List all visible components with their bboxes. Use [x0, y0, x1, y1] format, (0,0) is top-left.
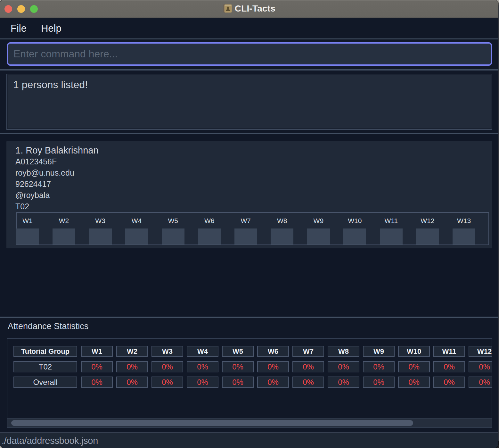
- attendance-week-box[interactable]: [271, 228, 293, 245]
- attendance-week-cell: W9: [307, 213, 330, 245]
- person-name: 1. Roy Balakrishnan: [15, 145, 492, 156]
- stats-header-week: W10: [398, 346, 430, 357]
- stats-header-week: W4: [187, 346, 218, 357]
- attendance-week-label: W13: [453, 213, 475, 228]
- person-phone: 92624417: [15, 178, 492, 190]
- attendance-week-cell: W8: [271, 213, 293, 245]
- stats-value-cell: 0%: [222, 361, 254, 372]
- stats-header-week: W6: [257, 346, 289, 357]
- attendance-week-box[interactable]: [234, 228, 257, 245]
- stats-value-cell: 0%: [363, 377, 395, 388]
- app-window: CLI-Tacts File Help 1 persons listed! 1.…: [0, 0, 498, 448]
- attendance-week-box[interactable]: [380, 228, 403, 245]
- stats-value-cell: 0%: [433, 361, 465, 372]
- stats-panel: Tutorial GroupW1W2W3W4W5W6W7W8W9W10W11W1…: [7, 338, 492, 428]
- attendance-week-cell: W4: [125, 213, 148, 245]
- statusbar: ./data/addressbook.json: [0, 432, 498, 448]
- traffic-lights: [4, 0, 38, 18]
- stats-value-cell: 0%: [81, 377, 113, 388]
- stats-header-week: W12: [469, 346, 492, 357]
- stats-title: Attendance Statistics: [8, 321, 498, 332]
- stats-value-cell: 0%: [328, 377, 359, 388]
- horizontal-scrollbar-track[interactable]: [7, 418, 492, 427]
- attendance-week-label: W1: [16, 213, 39, 228]
- attendance-week-box[interactable]: [416, 228, 439, 245]
- attendance-week-label: W8: [271, 213, 293, 228]
- minimize-button[interactable]: [17, 5, 25, 13]
- attendance-week-cell: W10: [343, 213, 366, 245]
- command-section: [0, 39, 498, 69]
- stats-value-cell: 0%: [328, 361, 359, 372]
- stats-header-week: W9: [363, 346, 395, 357]
- stats-header-week: W7: [292, 346, 324, 357]
- fullscreen-button[interactable]: [30, 5, 38, 13]
- result-display[interactable]: 1 persons listed!: [6, 74, 492, 130]
- attendance-week-box[interactable]: [307, 228, 330, 245]
- stats-header-week: W5: [222, 346, 254, 357]
- attendance-week-box[interactable]: [53, 228, 75, 245]
- stats-value-cell: 0%: [151, 361, 183, 372]
- stats-value-cell: 0%: [398, 377, 430, 388]
- person-tutorial-group: T02: [15, 201, 492, 212]
- stats-value-cell: 0%: [187, 361, 218, 372]
- attendance-week-box[interactable]: [89, 228, 112, 245]
- stats-header-group: Tutorial Group: [13, 346, 77, 357]
- stats-header-week: W2: [116, 346, 148, 357]
- menu-help[interactable]: Help: [41, 23, 61, 34]
- menu-file[interactable]: File: [11, 23, 27, 34]
- stats-value-cell: 0%: [292, 377, 324, 388]
- attendance-week-cell: W1: [16, 213, 39, 245]
- stats-value-cell: 0%: [116, 361, 148, 372]
- attendance-week-label: W5: [162, 213, 184, 228]
- window-title: CLI-Tacts: [235, 4, 275, 14]
- stats-header-week: W8: [328, 346, 359, 357]
- stats-value-cell: 0%: [469, 377, 492, 388]
- attendance-week-cell: W13: [453, 213, 475, 245]
- stats-value-cell: 0%: [222, 377, 254, 388]
- horizontal-scrollbar-thumb[interactable]: [11, 420, 413, 426]
- attendance-grid: W1W2W3W4W5W6W7W8W9W10W11W12W13: [16, 212, 489, 245]
- titlebar[interactable]: CLI-Tacts: [0, 0, 498, 18]
- attendance-week-label: W9: [307, 213, 330, 228]
- person-student-id: A0123456F: [15, 156, 492, 167]
- attendance-week-label: W3: [89, 213, 112, 228]
- stats-value-cell: 0%: [363, 361, 395, 372]
- person-email: royb@u.nus.edu: [15, 167, 492, 178]
- person-telegram: @roybala: [15, 190, 492, 201]
- title-group: CLI-Tacts: [223, 4, 275, 14]
- stats-value-cell: 0%: [433, 377, 465, 388]
- stats-value-cell: 0%: [116, 377, 148, 388]
- stats-section: Attendance Statistics Tutorial GroupW1W2…: [0, 318, 498, 432]
- attendance-week-label: W2: [53, 213, 75, 228]
- stats-value-cell: 0%: [81, 361, 113, 372]
- attendance-week-box[interactable]: [453, 228, 475, 245]
- stats-row-label: T02: [13, 361, 77, 372]
- attendance-week-box[interactable]: [125, 228, 148, 245]
- result-text: 1 persons listed!: [8, 75, 491, 128]
- attendance-week-cell: W7: [234, 213, 257, 245]
- attendance-week-box[interactable]: [162, 228, 184, 245]
- attendance-week-cell: W5: [162, 213, 184, 245]
- stats-value-cell: 0%: [151, 377, 183, 388]
- command-input[interactable]: [7, 42, 492, 66]
- attendance-week-cell: W2: [53, 213, 75, 245]
- attendance-week-label: W6: [198, 213, 221, 228]
- attendance-week-label: W11: [380, 213, 403, 228]
- menubar: File Help: [0, 18, 498, 38]
- close-button[interactable]: [4, 5, 12, 13]
- attendance-week-box[interactable]: [16, 228, 39, 245]
- attendance-week-cell: W12: [416, 213, 439, 245]
- attendance-week-label: W4: [125, 213, 148, 228]
- stats-row-label: Overall: [13, 377, 77, 388]
- address-book-icon: [223, 4, 232, 13]
- stats-value-cell: 0%: [257, 361, 289, 372]
- person-card[interactable]: 1. Roy Balakrishnan A0123456F royb@u.nus…: [6, 141, 492, 248]
- stats-header-week: W1: [81, 346, 113, 357]
- attendance-week-box[interactable]: [343, 228, 366, 245]
- result-section: 1 persons listed!: [0, 71, 498, 133]
- stats-value-cell: 0%: [292, 361, 324, 372]
- status-file-path: ./data/addressbook.json: [2, 436, 98, 446]
- attendance-week-box[interactable]: [198, 228, 221, 245]
- person-list: 1. Roy Balakrishnan A0123456F royb@u.nus…: [0, 134, 498, 317]
- attendance-week-cell: W11: [380, 213, 403, 245]
